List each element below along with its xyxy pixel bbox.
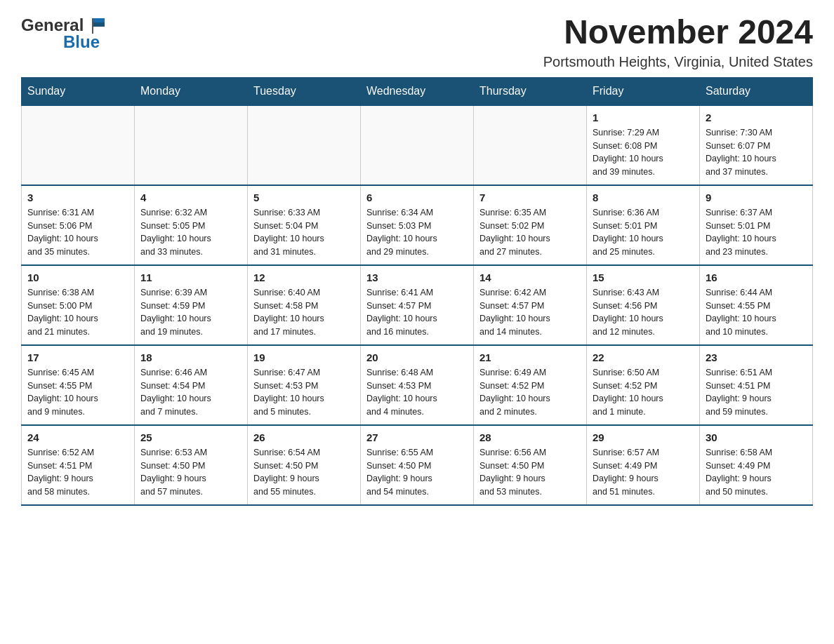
- day-number: 29: [593, 431, 694, 443]
- day-info: Sunrise: 6:57 AMSunset: 4:49 PMDaylight:…: [593, 446, 694, 499]
- header-tuesday: Tuesday: [248, 77, 361, 105]
- day-info: Sunrise: 6:52 AMSunset: 4:51 PMDaylight:…: [27, 446, 128, 499]
- day-info: Sunrise: 6:42 AMSunset: 4:57 PMDaylight:…: [479, 286, 581, 339]
- week-row-2: 3Sunrise: 6:31 AMSunset: 5:06 PMDaylight…: [22, 185, 813, 265]
- day-number: 7: [479, 192, 581, 203]
- day-number: 3: [27, 192, 128, 203]
- day-info: Sunrise: 7:30 AMSunset: 6:07 PMDaylight:…: [706, 126, 807, 179]
- calendar-cell: 13Sunrise: 6:41 AMSunset: 4:57 PMDayligh…: [361, 265, 474, 345]
- calendar-cell: [22, 105, 135, 185]
- calendar-cell: 30Sunrise: 6:58 AMSunset: 4:49 PMDayligh…: [700, 425, 813, 505]
- week-row-1: 1Sunrise: 7:29 AMSunset: 6:08 PMDaylight…: [22, 105, 813, 185]
- day-info: Sunrise: 6:50 AMSunset: 4:52 PMDaylight:…: [593, 366, 694, 419]
- day-info: Sunrise: 6:33 AMSunset: 5:04 PMDaylight:…: [253, 206, 355, 259]
- logo-blue: Blue: [63, 32, 100, 52]
- calendar-cell: [135, 105, 248, 185]
- day-number: 6: [366, 192, 468, 203]
- day-number: 14: [479, 271, 581, 283]
- day-number: 15: [593, 271, 694, 283]
- calendar-cell: 1Sunrise: 7:29 AMSunset: 6:08 PMDaylight…: [587, 105, 700, 185]
- day-number: 26: [253, 431, 355, 443]
- calendar-cell: 25Sunrise: 6:53 AMSunset: 4:50 PMDayligh…: [135, 425, 248, 505]
- day-number: 8: [593, 192, 694, 203]
- day-info: Sunrise: 6:43 AMSunset: 4:56 PMDaylight:…: [593, 286, 694, 339]
- calendar-cell: 19Sunrise: 6:47 AMSunset: 4:53 PMDayligh…: [248, 345, 361, 425]
- day-info: Sunrise: 6:36 AMSunset: 5:01 PMDaylight:…: [593, 206, 694, 259]
- day-info: Sunrise: 6:47 AMSunset: 4:53 PMDaylight:…: [253, 366, 355, 419]
- day-info: Sunrise: 7:29 AMSunset: 6:08 PMDaylight:…: [593, 126, 694, 179]
- day-number: 17: [27, 351, 128, 363]
- day-info: Sunrise: 6:31 AMSunset: 5:06 PMDaylight:…: [27, 206, 128, 259]
- calendar-cell: 11Sunrise: 6:39 AMSunset: 4:59 PMDayligh…: [135, 265, 248, 345]
- day-number: 28: [479, 431, 581, 443]
- calendar-cell: 17Sunrise: 6:45 AMSunset: 4:55 PMDayligh…: [22, 345, 135, 425]
- calendar-cell: 29Sunrise: 6:57 AMSunset: 4:49 PMDayligh…: [587, 425, 700, 505]
- day-number: 11: [140, 271, 241, 283]
- calendar-cell: 16Sunrise: 6:44 AMSunset: 4:55 PMDayligh…: [700, 265, 813, 345]
- day-number: 25: [140, 431, 241, 443]
- week-row-3: 10Sunrise: 6:38 AMSunset: 5:00 PMDayligh…: [22, 265, 813, 345]
- day-number: 13: [366, 271, 468, 283]
- header-monday: Monday: [135, 77, 248, 105]
- day-number: 5: [253, 192, 355, 203]
- month-title: November 2024: [543, 14, 813, 51]
- day-info: Sunrise: 6:51 AMSunset: 4:51 PMDaylight:…: [706, 366, 807, 419]
- day-info: Sunrise: 6:44 AMSunset: 4:55 PMDaylight:…: [706, 286, 807, 339]
- calendar-cell: 22Sunrise: 6:50 AMSunset: 4:52 PMDayligh…: [587, 345, 700, 425]
- day-number: 23: [706, 351, 807, 363]
- calendar-cell: 26Sunrise: 6:54 AMSunset: 4:50 PMDayligh…: [248, 425, 361, 505]
- day-info: Sunrise: 6:39 AMSunset: 4:59 PMDaylight:…: [140, 286, 241, 339]
- day-info: Sunrise: 6:40 AMSunset: 4:58 PMDaylight:…: [253, 286, 355, 339]
- logo-blue-text: Blue: [63, 32, 100, 51]
- svg-rect-2: [92, 18, 93, 34]
- calendar-cell: 23Sunrise: 6:51 AMSunset: 4:51 PMDayligh…: [700, 345, 813, 425]
- calendar-cell: 18Sunrise: 6:46 AMSunset: 4:54 PMDayligh…: [135, 345, 248, 425]
- day-info: Sunrise: 6:48 AMSunset: 4:53 PMDaylight:…: [366, 366, 468, 419]
- calendar-cell: 7Sunrise: 6:35 AMSunset: 5:02 PMDaylight…: [474, 185, 587, 265]
- calendar-cell: 27Sunrise: 6:55 AMSunset: 4:50 PMDayligh…: [361, 425, 474, 505]
- day-number: 24: [27, 431, 128, 443]
- calendar-cell: 15Sunrise: 6:43 AMSunset: 4:56 PMDayligh…: [587, 265, 700, 345]
- calendar-cell: 28Sunrise: 6:56 AMSunset: 4:50 PMDayligh…: [474, 425, 587, 505]
- page-header: General Blue November 2024 Portsmouth He…: [21, 14, 813, 70]
- calendar-cell: [361, 105, 474, 185]
- calendar-cell: 24Sunrise: 6:52 AMSunset: 4:51 PMDayligh…: [22, 425, 135, 505]
- day-number: 9: [706, 192, 807, 203]
- logo: General Blue: [21, 14, 107, 52]
- calendar-cell: 3Sunrise: 6:31 AMSunset: 5:06 PMDaylight…: [22, 185, 135, 265]
- calendar-cell: 4Sunrise: 6:32 AMSunset: 5:05 PMDaylight…: [135, 185, 248, 265]
- day-number: 30: [706, 431, 807, 443]
- day-number: 16: [706, 271, 807, 283]
- calendar-cell: 2Sunrise: 7:30 AMSunset: 6:07 PMDaylight…: [700, 105, 813, 185]
- day-number: 27: [366, 431, 468, 443]
- day-info: Sunrise: 6:46 AMSunset: 4:54 PMDaylight:…: [140, 366, 241, 419]
- day-number: 18: [140, 351, 241, 363]
- day-info: Sunrise: 6:56 AMSunset: 4:50 PMDaylight:…: [479, 446, 581, 499]
- calendar-cell: 5Sunrise: 6:33 AMSunset: 5:04 PMDaylight…: [248, 185, 361, 265]
- weekday-header-row: Sunday Monday Tuesday Wednesday Thursday…: [22, 77, 813, 105]
- day-info: Sunrise: 6:53 AMSunset: 4:50 PMDaylight:…: [140, 446, 241, 499]
- calendar-cell: [474, 105, 587, 185]
- day-number: 1: [593, 112, 694, 123]
- calendar-cell: 14Sunrise: 6:42 AMSunset: 4:57 PMDayligh…: [474, 265, 587, 345]
- week-row-5: 24Sunrise: 6:52 AMSunset: 4:51 PMDayligh…: [22, 425, 813, 505]
- calendar-cell: [248, 105, 361, 185]
- calendar-cell: 21Sunrise: 6:49 AMSunset: 4:52 PMDayligh…: [474, 345, 587, 425]
- calendar-table: Sunday Monday Tuesday Wednesday Thursday…: [21, 77, 813, 506]
- day-number: 2: [706, 112, 807, 123]
- day-info: Sunrise: 6:37 AMSunset: 5:01 PMDaylight:…: [706, 206, 807, 259]
- calendar-cell: 6Sunrise: 6:34 AMSunset: 5:03 PMDaylight…: [361, 185, 474, 265]
- day-info: Sunrise: 6:45 AMSunset: 4:55 PMDaylight:…: [27, 366, 128, 419]
- header-sunday: Sunday: [22, 77, 135, 105]
- day-number: 21: [479, 351, 581, 363]
- day-info: Sunrise: 6:34 AMSunset: 5:03 PMDaylight:…: [366, 206, 468, 259]
- header-saturday: Saturday: [700, 77, 813, 105]
- location-subtitle: Portsmouth Heights, Virginia, United Sta…: [543, 54, 813, 70]
- day-number: 12: [253, 271, 355, 283]
- header-wednesday: Wednesday: [361, 77, 474, 105]
- title-block: November 2024 Portsmouth Heights, Virgin…: [543, 14, 813, 70]
- calendar-cell: 12Sunrise: 6:40 AMSunset: 4:58 PMDayligh…: [248, 265, 361, 345]
- day-info: Sunrise: 6:54 AMSunset: 4:50 PMDaylight:…: [253, 446, 355, 499]
- day-number: 19: [253, 351, 355, 363]
- header-thursday: Thursday: [474, 77, 587, 105]
